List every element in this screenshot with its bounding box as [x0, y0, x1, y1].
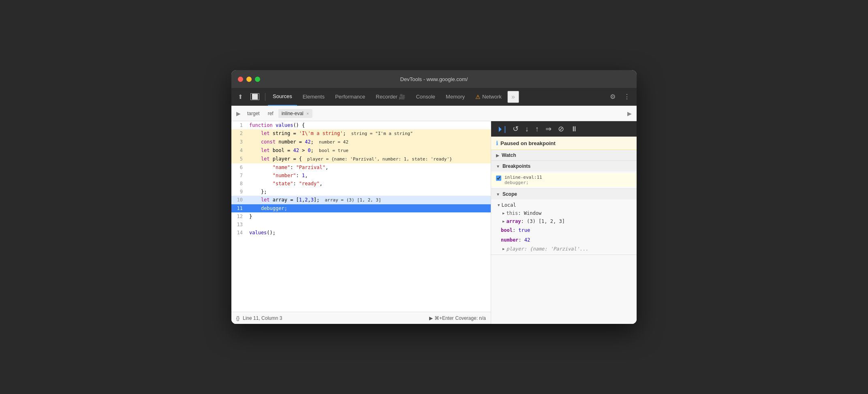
- tab-recorder-label: Recorder 🎥: [376, 94, 405, 100]
- tab-elements[interactable]: Elements: [298, 88, 329, 106]
- tab-target-file[interactable]: target: [244, 109, 263, 118]
- code-line-13: 13: [231, 221, 491, 229]
- breakpoint-info-1: inline-eval:11 debugger;: [505, 175, 542, 185]
- tab-divider: [265, 93, 265, 101]
- code-line-11: 11 debugger;: [231, 204, 491, 212]
- expand-tab-button[interactable]: ▶: [626, 109, 633, 118]
- tab-ref-file[interactable]: ref: [265, 109, 277, 118]
- close-button[interactable]: [238, 77, 243, 82]
- line-content-6: "name": "Parzival",: [248, 163, 491, 171]
- scope-this-row[interactable]: ▶ this: Window: [491, 209, 637, 217]
- code-line-8: 8 "state": "ready",: [231, 180, 491, 188]
- line-content-9: };: [248, 188, 491, 196]
- breakpoints-label: Breakpoints: [502, 163, 530, 169]
- line-content-1: function values() {: [248, 121, 491, 129]
- settings-icon: ⚙: [610, 93, 616, 101]
- tab-console-label: Console: [416, 94, 435, 100]
- line-content-2: let string = 'I\'m a string';string = "I…: [248, 129, 491, 138]
- tab-settings-area: ⚙ ⋮: [607, 91, 633, 102]
- cursor-tool-button[interactable]: ⬆: [235, 92, 246, 102]
- breakpoint-checkbox-1[interactable]: [496, 176, 501, 181]
- line-content-4: let bool = 42 > 0;bool = true: [248, 146, 491, 155]
- line-content-5: let player = {player = {name: 'Parzival'…: [248, 155, 491, 163]
- breakpoints-header[interactable]: ▼ Breakpoints: [491, 161, 637, 171]
- info-icon: ℹ: [496, 140, 498, 146]
- settings-button[interactable]: ⚙: [607, 91, 619, 102]
- pause-button[interactable]: ⏸: [568, 123, 580, 135]
- line-num-11: 11: [231, 204, 248, 212]
- resume-button[interactable]: ⏵|: [494, 123, 509, 135]
- scope-header[interactable]: ▼ Scope: [491, 189, 637, 199]
- code-line-7: 7 "number": 1,: [231, 171, 491, 180]
- tab-console[interactable]: Console: [411, 88, 440, 106]
- step-icon: ⇒: [545, 125, 552, 133]
- play-panel-button[interactable]: ▶: [235, 109, 242, 118]
- resume-icon: ⏵|: [497, 125, 506, 133]
- breakpoint-notice: ℹ Paused on breakpoint: [491, 137, 637, 150]
- tab-network-label: Network: [482, 94, 502, 100]
- inspect-tool-button[interactable]: ⬜: [247, 92, 263, 102]
- line-num-9: 9: [231, 188, 248, 196]
- line-num-6: 6: [231, 163, 248, 171]
- expand-icon: ▶: [627, 110, 632, 117]
- run-icon: ▶: [429, 315, 433, 321]
- run-controls: ▶ ⌘+Enter Coverage: n/a: [429, 315, 486, 321]
- step-out-icon: ↑: [535, 125, 539, 133]
- watch-section-header[interactable]: ▶ Watch: [491, 150, 637, 161]
- format-icon[interactable]: {}: [236, 315, 239, 321]
- breakpoint-code: debugger;: [505, 180, 542, 185]
- status-bar: {} Line 11, Column 3 ▶ ⌘+Enter Coverage:…: [231, 312, 491, 324]
- line-num-12: 12: [231, 212, 248, 221]
- play-panel-icon: ▶: [236, 110, 241, 117]
- devtools-tab-bar: ⬆ ⬜ Sources Elements Performance Recorde…: [231, 88, 637, 106]
- code-line-12: 12 }: [231, 212, 491, 221]
- more-options-button[interactable]: ⋮: [620, 91, 633, 102]
- tab-recorder[interactable]: Recorder 🎥: [371, 88, 410, 106]
- line-num-7: 7: [231, 171, 248, 180]
- right-panel: ⏵| ↺ ↓ ↑ ⇒ ⊘ ⏸: [491, 121, 637, 324]
- tab-memory[interactable]: Memory: [441, 88, 470, 106]
- maximize-button[interactable]: [255, 77, 260, 82]
- tab-performance[interactable]: Performance: [330, 88, 370, 106]
- more-tabs-button[interactable]: »: [507, 91, 519, 103]
- step-over-icon: ↺: [513, 125, 519, 133]
- line-num-5: 5: [231, 155, 248, 163]
- scope-label: Scope: [502, 191, 517, 197]
- tab-sources[interactable]: Sources: [268, 88, 297, 106]
- line-num-14: 14: [231, 229, 248, 237]
- tab-inline-eval-file[interactable]: inline-eval ×: [278, 109, 312, 118]
- cursor-position: Line 11, Column 3: [243, 315, 282, 321]
- tab-network[interactable]: ⚠ Network: [470, 88, 507, 106]
- step-into-button[interactable]: ↓: [523, 123, 531, 135]
- step-button[interactable]: ⇒: [543, 123, 554, 135]
- code-line-10: 10 let array = [1,2,3];array = (3) [1, 2…: [231, 196, 491, 204]
- line-num-4: 4: [231, 146, 248, 154]
- step-over-button[interactable]: ↺: [510, 123, 521, 135]
- step-out-button[interactable]: ↑: [533, 123, 541, 135]
- tab-elements-label: Elements: [303, 94, 325, 100]
- watch-triangle-icon: ▶: [496, 153, 499, 158]
- code-line-3: 3 const number = 42;number = 42: [231, 138, 491, 146]
- line-num-2: 2: [231, 129, 248, 137]
- line-num-1: 1: [231, 121, 248, 129]
- minimize-button[interactable]: [246, 77, 252, 82]
- scope-bool-row: bool: true: [491, 225, 637, 235]
- line-num-10: 10: [231, 196, 248, 204]
- breakpoint-item-1: inline-eval:11 debugger;: [491, 173, 637, 187]
- code-editor[interactable]: 1 function values() { 2 let string = 'I\…: [231, 121, 491, 324]
- code-line-4: 4 let bool = 42 > 0;bool = true: [231, 146, 491, 155]
- tab-memory-label: Memory: [446, 94, 465, 100]
- player-expand-icon: ▶: [502, 247, 505, 251]
- scope-player-row[interactable]: ▶ player: {name: 'Parzival'...: [491, 245, 637, 253]
- deactivate-button[interactable]: ⊘: [556, 123, 567, 135]
- line-num-3: 3: [231, 138, 248, 146]
- this-expand-icon: ▶: [502, 211, 505, 215]
- watch-label: Watch: [502, 152, 516, 158]
- pause-icon: ⏸: [571, 125, 578, 133]
- window-title: DevTools - www.google.com/: [400, 76, 468, 82]
- code-lines-container[interactable]: 1 function values() { 2 let string = 'I\…: [231, 121, 491, 312]
- local-scope-header[interactable]: ▼ Local: [491, 201, 637, 209]
- scope-array-row[interactable]: ▶ array: (3) [1, 2, 3]: [491, 217, 637, 225]
- close-inline-eval-button[interactable]: ×: [306, 111, 309, 116]
- array-name: array: (3) [1, 2, 3]: [506, 218, 565, 224]
